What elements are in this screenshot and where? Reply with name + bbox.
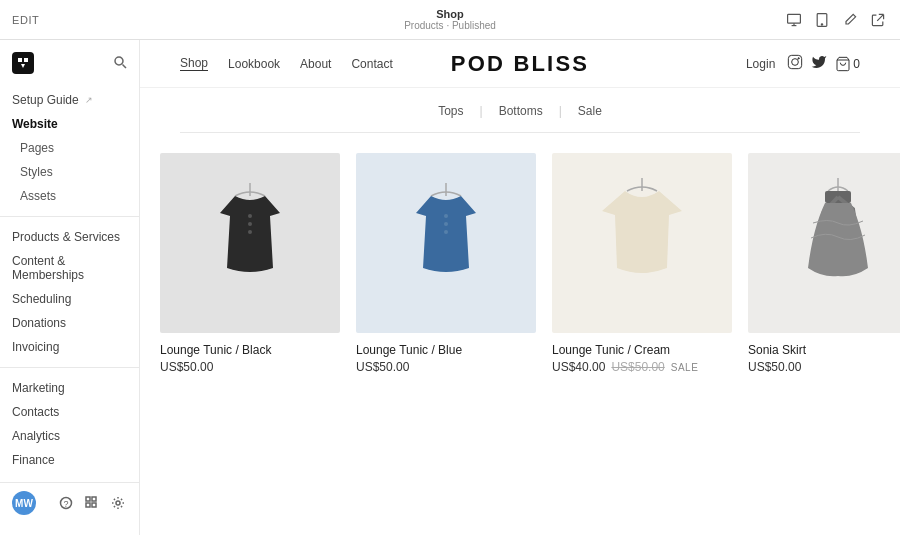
tunic-cream-svg	[597, 173, 687, 313]
grid-icon[interactable]	[83, 494, 101, 512]
main-layout: Setup Guide ↗ Website Pages Styles Asset…	[0, 40, 900, 535]
category-sale[interactable]: Sale	[578, 104, 602, 118]
search-icon[interactable]	[113, 55, 127, 72]
product-name-1: Lounge Tunic / Black	[160, 343, 340, 357]
sub-label: Products · Published	[404, 20, 496, 31]
site-brand: POD BLISS	[451, 51, 589, 77]
svg-point-20	[248, 222, 252, 226]
sidebar-item-contacts[interactable]: Contacts	[0, 400, 139, 424]
sidebar-item-setup-guide[interactable]: Setup Guide ↗	[0, 88, 139, 112]
sidebar: Setup Guide ↗ Website Pages Styles Asset…	[0, 40, 140, 535]
svg-point-16	[798, 58, 799, 59]
nav-about[interactable]: About	[300, 57, 331, 71]
svg-point-24	[444, 222, 448, 226]
nav-lookbook[interactable]: Lookbook	[228, 57, 280, 71]
divider-1	[0, 216, 139, 217]
edit-label: EDIT	[12, 14, 39, 26]
twitter-icon[interactable]	[811, 54, 827, 73]
site-header-right: Login 0	[746, 54, 860, 73]
separator-2: |	[559, 104, 562, 118]
pen-icon[interactable]	[840, 10, 860, 30]
sidebar-item-scheduling[interactable]: Scheduling	[0, 287, 139, 311]
sidebar-bottom-icons: ?	[57, 494, 127, 512]
tunic-black-svg	[205, 178, 295, 308]
svg-point-5	[115, 57, 123, 65]
sidebar-item-invoicing[interactable]: Invoicing	[0, 335, 139, 359]
sidebar-logo[interactable]	[12, 52, 34, 74]
product-image-1	[160, 153, 340, 333]
sidebar-item-products-services[interactable]: Products & Services	[0, 225, 139, 249]
product-price-1: US$50.00	[160, 360, 340, 374]
site-header: Shop Lookbook About Contact POD BLISS Lo…	[140, 40, 900, 88]
svg-point-19	[248, 214, 252, 218]
site-nav: Shop Lookbook About Contact	[180, 56, 393, 71]
sidebar-item-website[interactable]: Website	[0, 112, 139, 136]
svg-point-15	[792, 59, 799, 66]
desktop-icon[interactable]	[784, 10, 804, 30]
svg-point-25	[444, 230, 448, 234]
svg-line-6	[123, 64, 127, 68]
skirt-svg	[793, 173, 883, 313]
svg-rect-12	[92, 503, 96, 507]
cart-icon[interactable]: 0	[835, 56, 860, 72]
sale-price: US$40.00	[552, 360, 605, 374]
product-price-3: US$40.00 US$50.00 SALE	[552, 360, 732, 374]
svg-rect-0	[788, 14, 801, 23]
product-name-2: Lounge Tunic / Blue	[356, 343, 536, 357]
product-image-4	[748, 153, 900, 333]
top-bar-center: Shop Products · Published	[404, 8, 496, 31]
sidebar-item-finance[interactable]: Finance	[0, 448, 139, 472]
svg-rect-9	[86, 497, 90, 501]
login-link[interactable]: Login	[746, 57, 775, 71]
products-grid: Lounge Tunic / Black US$50.00 Lounge Tun…	[140, 141, 900, 394]
nav-contact[interactable]: Contact	[351, 57, 392, 71]
sidebar-item-assets[interactable]: Assets	[0, 184, 139, 208]
external-link-icon[interactable]	[868, 10, 888, 30]
sidebar-item-donations[interactable]: Donations	[0, 311, 139, 335]
tablet-icon[interactable]	[812, 10, 832, 30]
avatar[interactable]: MW	[12, 491, 36, 515]
svg-rect-10	[92, 497, 96, 501]
product-image-2	[356, 153, 536, 333]
tunic-blue-svg	[401, 178, 491, 308]
product-card-1[interactable]: Lounge Tunic / Black US$50.00	[160, 153, 340, 374]
svg-point-13	[116, 501, 120, 505]
top-bar-icons	[784, 10, 888, 30]
sidebar-top	[0, 52, 139, 84]
help-icon[interactable]: ?	[57, 494, 75, 512]
svg-point-21	[248, 230, 252, 234]
sidebar-item-pages[interactable]: Pages	[0, 136, 139, 160]
instagram-icon[interactable]	[787, 54, 803, 73]
sidebar-bottom: MW ?	[0, 482, 139, 523]
settings-icon[interactable]	[109, 494, 127, 512]
product-card-2[interactable]: Lounge Tunic / Blue US$50.00	[356, 153, 536, 374]
svg-rect-11	[86, 503, 90, 507]
nav-shop[interactable]: Shop	[180, 56, 208, 71]
separator-1: |	[480, 104, 483, 118]
sidebar-item-content-memberships[interactable]: Content & Memberships	[0, 249, 139, 287]
product-name-4: Sonia Skirt	[748, 343, 900, 357]
category-bottoms[interactable]: Bottoms	[499, 104, 543, 118]
social-icons: 0	[787, 54, 860, 73]
shop-label: Shop	[436, 8, 464, 20]
divider-2	[0, 367, 139, 368]
product-card-4[interactable]: Sonia Skirt US$50.00	[748, 153, 900, 374]
product-card-3[interactable]: Lounge Tunic / Cream US$40.00 US$50.00 S…	[552, 153, 732, 374]
content-area: Shop Lookbook About Contact POD BLISS Lo…	[140, 40, 900, 535]
original-price: US$50.00	[611, 360, 664, 374]
sidebar-item-styles[interactable]: Styles	[0, 160, 139, 184]
svg-text:?: ?	[64, 499, 69, 509]
product-price-2: US$50.00	[356, 360, 536, 374]
sidebar-item-analytics[interactable]: Analytics	[0, 424, 139, 448]
category-tops[interactable]: Tops	[438, 104, 463, 118]
sidebar-item-marketing[interactable]: Marketing	[0, 376, 139, 400]
svg-rect-14	[789, 55, 802, 68]
sale-badge: SALE	[671, 362, 699, 373]
svg-point-4	[821, 23, 822, 24]
product-image-3	[552, 153, 732, 333]
sidebar-nav: Setup Guide ↗ Website Pages Styles Asset…	[0, 84, 139, 482]
product-price-4: US$50.00	[748, 360, 900, 374]
top-bar: EDIT Shop Products · Published	[0, 0, 900, 40]
category-filter: Tops | Bottoms | Sale	[140, 88, 900, 124]
external-icon: ↗	[85, 95, 93, 105]
